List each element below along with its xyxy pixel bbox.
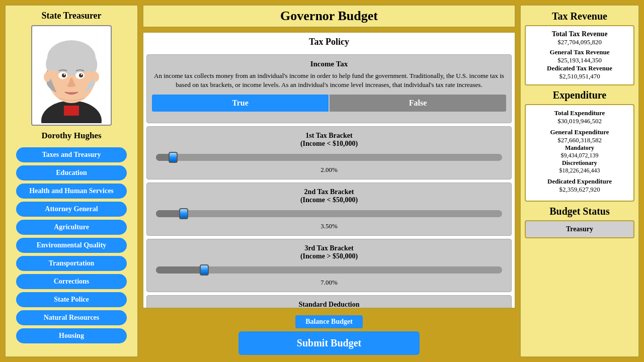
- right-panel: Tax Revenue Total Tax Revenue $27,704,09…: [519, 4, 640, 358]
- left-panel: State Treasurer: [4, 4, 139, 358]
- bracket-2-card: 2nd Tax Bracket (Income < $50,000) 3.50%: [146, 183, 512, 236]
- submit-budget-button[interactable]: Submit Budget: [238, 331, 420, 355]
- income-tax-description: An income tax collects money from an ind…: [152, 71, 506, 89]
- general-tax-revenue-label: General Tax Revenue: [530, 48, 629, 56]
- bracket-3-title: 3rd Tax Bracket (Income > $50,000): [152, 244, 506, 260]
- bracket-3-slider-fill: [156, 266, 204, 274]
- bracket-2-slider-thumb[interactable]: [179, 208, 188, 219]
- bracket-1-slider-track[interactable]: [156, 154, 502, 161]
- bracket-2-title: 2nd Tax Bracket (Income < $50,000): [152, 188, 506, 204]
- bracket-3-value: 7.00%: [152, 279, 506, 287]
- tax-revenue-title: Tax Revenue: [525, 11, 634, 22]
- nav-attorney-general[interactable]: Attorney General: [16, 202, 127, 217]
- main-title: Governor Budget: [142, 4, 516, 28]
- nav-education[interactable]: Education: [16, 165, 127, 180]
- budget-status-title: Budget Status: [525, 206, 634, 217]
- nav-taxes-treasury[interactable]: Taxes and Treasury: [16, 147, 127, 162]
- bracket-3-slider-track[interactable]: [156, 266, 502, 274]
- expenditure-card: Total Expenditure $30,019,946,502 Genera…: [525, 104, 634, 202]
- total-tax-revenue-label: Total Tax Revenue: [530, 30, 629, 38]
- mandatory-label: Mandatory: [530, 144, 629, 152]
- expenditure-title: Expenditure: [525, 89, 634, 101]
- nav-housing[interactable]: Housing: [16, 328, 127, 343]
- nav-corrections[interactable]: Corrections: [16, 274, 127, 289]
- budget-status-card: Treasury: [525, 220, 634, 238]
- bracket-3-card: 3rd Tax Bracket (Income > $50,000) 7.00%: [146, 239, 512, 292]
- general-expenditure-section: General Expenditure $27,660,318,582 Mand…: [530, 128, 629, 174]
- deduction-title: Standard Deduction: [152, 301, 506, 308]
- income-tax-toggle: True False: [152, 95, 506, 112]
- general-tax-revenue-value: $25,193,144,350: [530, 56, 629, 64]
- bracket-2-slider-track[interactable]: [156, 210, 502, 217]
- treasurer-title: State Treasurer: [41, 11, 101, 21]
- treasury-label: Treasury: [530, 225, 629, 233]
- svg-point-6: [92, 72, 99, 82]
- deduction-card: Standard Deduction $0: [146, 295, 512, 308]
- svg-point-5: [44, 72, 51, 82]
- svg-point-11: [64, 74, 65, 75]
- total-tax-revenue-value: $27,704,095,820: [530, 38, 629, 46]
- bottom-buttons: Balance Budget Submit Budget: [142, 312, 516, 358]
- dedicated-expenditure-value: $2,359,627,920: [530, 186, 629, 194]
- section-title: Tax Policy: [143, 33, 515, 51]
- svg-rect-2: [64, 106, 79, 116]
- total-expenditure-label: Total Expenditure: [530, 109, 629, 117]
- bracket-1-slider-thumb[interactable]: [169, 152, 178, 163]
- total-expenditure-section: Total Expenditure $30,019,946,502: [530, 109, 629, 125]
- tax-revenue-card: Total Tax Revenue $27,704,095,820 Genera…: [525, 25, 634, 85]
- general-expenditure-label: General Expenditure: [530, 128, 629, 136]
- dedicated-expenditure-section: Dedicated Expenditure $2,359,627,920: [530, 177, 629, 194]
- bracket-1-slider-container: [152, 152, 506, 163]
- discretionary-label: Discretionary: [530, 159, 629, 167]
- bracket-1-title: 1st Tax Bracket (Income < $10,000): [152, 132, 506, 148]
- nav-agriculture[interactable]: Agriculture: [16, 220, 127, 235]
- nav-health-human-services[interactable]: Health and Human Services: [16, 184, 127, 199]
- bracket-1-value: 2.00%: [152, 166, 506, 174]
- nav-transportation[interactable]: Transportation: [16, 256, 127, 271]
- general-expenditure-value: $27,660,318,582: [530, 136, 629, 144]
- nav-natural-resources[interactable]: Natural Resources: [16, 310, 127, 325]
- dedicated-expenditure-label: Dedicated Expenditure: [530, 177, 629, 186]
- svg-point-12: [81, 74, 83, 75]
- balance-budget-button[interactable]: Balance Budget: [295, 315, 363, 328]
- bracket-2-value: 3.50%: [152, 222, 506, 230]
- discretionary-value: $18,226,246,443: [530, 167, 629, 174]
- bracket-1-card: 1st Tax Bracket (Income < $10,000) 2.00%: [146, 126, 512, 179]
- bracket-3-slider-thumb[interactable]: [200, 264, 209, 276]
- bracket-2-slider-container: [152, 208, 506, 219]
- mandatory-value: $9,434,072,139: [530, 152, 629, 159]
- total-expenditure-value: $30,019,946,502: [530, 117, 629, 125]
- nav-environmental-quality[interactable]: Environmental Quality: [16, 238, 127, 253]
- center-panel: Governor Budget Tax Policy Income Tax An…: [142, 4, 516, 358]
- avatar: [31, 25, 112, 126]
- nav-state-police[interactable]: State Police: [16, 292, 127, 307]
- bracket-3-slider-container: [152, 264, 506, 276]
- dedicated-tax-revenue-label: Dedicated Tax Revenue: [530, 64, 629, 72]
- income-tax-title: Income Tax: [152, 60, 506, 68]
- income-tax-card: Income Tax An income tax collects money …: [146, 54, 512, 123]
- toggle-true-button[interactable]: True: [152, 95, 329, 112]
- dedicated-tax-revenue-value: $2,510,951,470: [530, 72, 629, 80]
- main-content-area: Tax Policy Income Tax An income tax coll…: [142, 31, 516, 309]
- content-scroll[interactable]: Tax Policy Income Tax An income tax coll…: [143, 33, 515, 308]
- toggle-false-button[interactable]: False: [330, 95, 506, 112]
- treasurer-name: Dorothy Hughes: [41, 131, 101, 141]
